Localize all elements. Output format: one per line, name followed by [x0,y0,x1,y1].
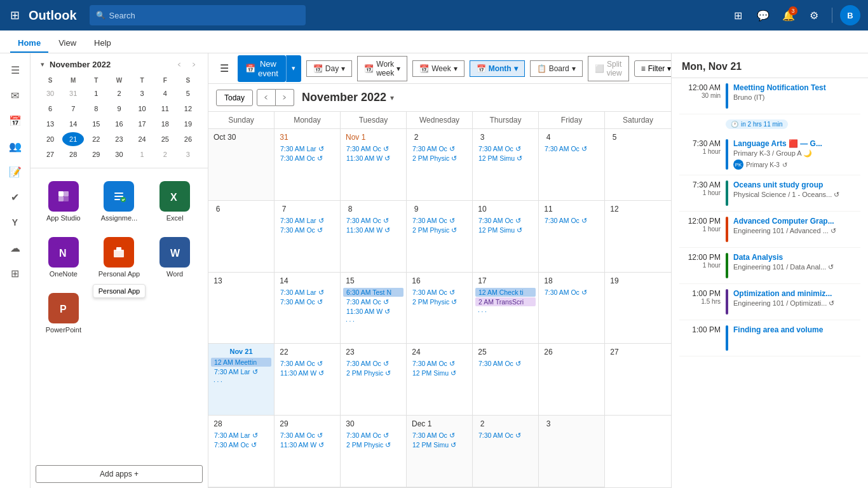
app-item-powerpoint[interactable]: P PowerPoint [38,288,89,339]
mini-cal-day[interactable]: 1 [85,86,107,100]
event-pill[interactable]: 7:30 AM Oc ↺ [475,216,536,225]
event-block-optimization[interactable]: 1:00 PM 1.5 hrs Optimization and minimiz… [679,284,860,320]
notifications-icon[interactable]: 🔔 3 [778,5,799,25]
event-pill[interactable]: 7:30 AM Oc ↺ [277,154,337,163]
waffle-icon[interactable]: ⊞ [8,6,22,25]
grid-apps-icon[interactable]: ⊞ [728,5,748,25]
event-block-adv-computer[interactable]: 12:00 PM 1 hour Advanced Computer Grap..… [679,212,860,248]
split-view-button[interactable]: ⬜ Split view [588,56,629,81]
avatar[interactable]: B [840,5,860,25]
cal-cell-nov24[interactable]: 24 7:30 AM Oc ↺ 12 PM Simu ↺ [407,344,473,416]
cal-month-chevron[interactable]: ▾ [390,93,394,102]
event-title[interactable]: Optimization and minimiz... [733,289,860,298]
event-pill[interactable]: 7:30 AM Oc ↺ [541,144,602,153]
mini-cal-collapse[interactable]: ▾ [38,59,47,70]
new-event-button[interactable]: 📅 New event [238,55,286,82]
cal-cell-nov15[interactable]: 15 6:30 AM Test N 7:30 AM Oc ↺ 11:30 AM … [341,273,407,344]
event-pill[interactable]: 7:30 AM Oc ↺ [541,216,602,225]
event-block-oceans[interactable]: 7:30 AM 1 hour Oceans unit study group P… [679,175,860,212]
event-title[interactable]: Language Arts 🟥 — G... [733,139,860,148]
sidebar-icon-yammer[interactable]: Y [4,211,27,234]
cal-cell-nov11[interactable]: 11 7:30 AM Oc ↺ [539,201,605,273]
event-pill[interactable]: 11:30 AM W ↺ [343,154,403,163]
event-pill[interactable]: 2 PM Physic ↺ [409,226,470,234]
event-pill[interactable]: 7:30 AM Oc ↺ [409,144,470,153]
more-events-link[interactable]: · · · [475,308,489,316]
mini-cal-day[interactable]: 4 [154,86,176,100]
mini-cal-day[interactable]: 9 [108,102,130,116]
view-board-button[interactable]: 📋 Board ▾ [530,60,583,77]
event-pill[interactable]: 7:30 AM Lar ↺ [211,431,271,440]
cal-cell-nov4[interactable]: 4 7:30 AM Oc ↺ [539,129,605,201]
sidebar-icon-people[interactable]: 👥 [4,135,27,158]
app-item-personal-app[interactable]: Personal App Personal App [94,232,145,283]
sidebar-icon-tasks[interactable]: ✔ [4,186,27,208]
cal-cell-nov16[interactable]: 16 7:30 AM Oc ↺ 2 PM Physic ↺ [407,273,473,344]
cal-cell-nov17[interactable]: 17 12 AM Check ti 2 AM TransScri · · · [473,273,539,344]
event-pill[interactable]: 7:30 AM Oc ↺ [343,216,403,225]
mini-cal-day[interactable]: 3 [177,147,199,161]
cal-cell-nov5[interactable]: 5 [605,129,671,201]
event-pill[interactable]: 11:30 AM W ↺ [343,226,403,234]
mini-cal-today[interactable]: 21 [62,132,84,146]
event-pill[interactable]: 11:30 AM W ↺ [343,307,403,316]
mini-cal-day[interactable]: 5 [177,86,199,100]
event-pill[interactable]: 12 PM Simu ↺ [409,440,470,449]
event-title[interactable]: Finding area and volume [733,325,860,334]
event-pill[interactable]: 2 PM Physic ↺ [409,154,470,163]
event-pill[interactable]: 12 PM Simu ↺ [475,226,536,234]
mini-cal-day[interactable]: 11 [154,102,176,116]
cal-cell-nov3[interactable]: 3 7:30 AM Oc ↺ 12 PM Simu ↺ [473,129,539,201]
event-pill[interactable]: 7:30 AM Oc ↺ [343,431,403,440]
app-item-assignments[interactable]: Assignme... [94,176,145,227]
sidebar-icon-cloud[interactable]: ☁ [4,236,27,259]
event-pill-meeting[interactable]: 12 AM Meettin [211,358,271,367]
cal-cell-nov18[interactable]: 18 7:30 AM Oc ↺ [539,273,605,344]
app-item-studio[interactable]: App Studio [38,176,89,227]
mini-cal-day[interactable]: 30 [108,147,130,161]
cal-prev-button[interactable]: ﹤ [257,89,276,106]
more-events-link[interactable]: · · · [211,377,225,386]
event-pill[interactable]: 7:30 AM Oc ↺ [475,359,536,368]
cal-cell-oct30[interactable]: Oct 30 [208,129,275,201]
event-pill[interactable]: 7:30 AM Oc ↺ [409,431,470,440]
event-pill[interactable]: 7:30 AM Oc ↺ [343,144,403,153]
mini-cal-day[interactable]: 25 [154,132,176,146]
mini-cal-day[interactable]: 2 [154,147,176,161]
mini-cal-prev[interactable]: ﹤ [173,58,186,71]
cal-cell-nov6[interactable]: 6 [208,201,275,273]
event-pill[interactable]: 7:30 AM Oc ↺ [277,297,337,306]
event-pill[interactable]: 7:30 AM Lar ↺ [211,367,271,376]
event-title[interactable]: Oceans unit study group [733,180,860,189]
cal-cell-nov12[interactable]: 12 [605,201,671,273]
cal-cell-nov9[interactable]: 9 7:30 AM Oc ↺ 2 PM Physic ↺ [407,201,473,273]
event-block-meeting[interactable]: 12:00 AM 30 min Meetting Notification Te… [679,78,860,114]
cal-cell-oct31[interactable]: 31 7:30 AM Lar ↺ 7:30 AM Oc ↺ [275,129,341,201]
cal-cell-nov1[interactable]: Nov 1 7:30 AM Oc ↺ 11:30 AM W ↺ [341,129,407,201]
event-pill[interactable]: 7:30 AM Lar ↺ [277,144,337,153]
tab-home[interactable]: Home [10,34,48,53]
cal-cell-nov2[interactable]: 2 7:30 AM Oc ↺ 2 PM Physic ↺ [407,129,473,201]
cal-cell-nov14[interactable]: 14 7:30 AM Lar ↺ 7:30 AM Oc ↺ [275,273,341,344]
app-item-onenote[interactable]: N OneNote [38,232,89,283]
cal-cell-nov25[interactable]: 25 7:30 AM Oc ↺ [473,344,539,416]
settings-icon[interactable]: ⚙ [804,5,824,25]
mini-cal-day[interactable]: 8 [85,102,107,116]
mini-cal-day[interactable]: 24 [132,132,153,146]
event-pill-trans[interactable]: 2 AM TransScri [475,297,536,306]
event-pill[interactable]: 12 PM Simu ↺ [475,154,536,163]
cal-cell-nov30[interactable]: 30 7:30 AM Oc ↺ 2 PM Physic ↺ [341,416,407,487]
event-pill[interactable]: 11:30 AM W ↺ [277,440,337,449]
event-title[interactable]: Advanced Computer Grap... [733,217,860,226]
mini-cal-day[interactable]: 18 [154,117,176,131]
mini-cal-day[interactable]: 22 [85,132,107,146]
event-pill[interactable]: 2 PM Physic ↺ [343,369,403,377]
filter-button[interactable]: ≡ Filter ▾ [634,60,671,77]
mini-cal-day[interactable]: 3 [132,86,153,100]
event-pill[interactable]: 7:30 AM Lar ↺ [277,288,337,297]
cal-next-button[interactable]: ﹥ [276,89,294,106]
mini-cal-day[interactable]: 7 [62,102,84,116]
mini-cal-day[interactable]: 1 [132,147,153,161]
search-input[interactable] [109,11,299,20]
event-pill-check[interactable]: 12 AM Check ti [475,288,536,297]
